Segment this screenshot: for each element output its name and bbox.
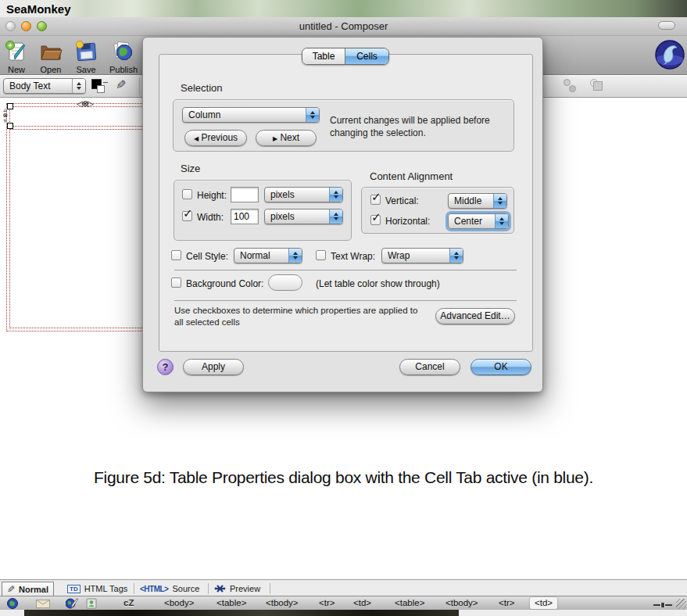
stepper-icon bbox=[495, 214, 508, 228]
cell-style-value: Normal bbox=[240, 250, 288, 261]
horizontal-align-select[interactable]: Center bbox=[448, 213, 509, 229]
previous-button-label: Previous bbox=[201, 132, 238, 143]
tab-normal[interactable]: ✎ Normal bbox=[2, 582, 54, 596]
tab-source[interactable]: <HTML> Source bbox=[135, 582, 204, 596]
tab-table[interactable]: Table bbox=[302, 48, 345, 64]
background-color-checkbox[interactable]: ✓ bbox=[171, 278, 181, 288]
address-book-icon[interactable] bbox=[86, 598, 97, 609]
position-object-icon[interactable] bbox=[590, 79, 606, 93]
preview-burst-icon bbox=[214, 584, 226, 593]
cancel-button[interactable]: Cancel bbox=[399, 359, 460, 375]
breadcrumb-tr-2[interactable]: <tr> bbox=[499, 598, 514, 607]
width-checkbox[interactable]: ✓ bbox=[182, 211, 192, 221]
vertical-checkbox[interactable]: ✓ bbox=[370, 195, 381, 205]
breadcrumb-body[interactable]: <body> bbox=[164, 598, 194, 607]
next-button-label: Next bbox=[280, 132, 299, 143]
breadcrumb-tbody[interactable]: <tbody> bbox=[266, 598, 299, 607]
tab-preview-label: Preview bbox=[230, 584, 260, 593]
paragraph-style-select[interactable]: Body Text bbox=[3, 78, 86, 94]
splitter-handle-icon[interactable] bbox=[653, 603, 672, 607]
minimize-window-icon[interactable] bbox=[21, 21, 31, 31]
zoom-window-icon[interactable] bbox=[37, 21, 47, 31]
vertical-align-select[interactable]: Middle bbox=[448, 193, 507, 209]
row-select-widget-icon[interactable]: ▵⊗▿ bbox=[1, 107, 9, 124]
horizontal-checkbox[interactable]: ✓ bbox=[370, 215, 381, 225]
tab-normal-label: Normal bbox=[19, 585, 48, 594]
previous-button[interactable]: ◀ Previous bbox=[184, 130, 247, 146]
width-input[interactable] bbox=[231, 209, 259, 224]
cell-resize-handle-2[interactable] bbox=[7, 123, 13, 129]
window-titlebar[interactable]: untitled - Composer bbox=[0, 17, 687, 36]
tab-html-tags[interactable]: TD HTML Tags bbox=[63, 582, 132, 596]
right-triangle-icon: ▶ bbox=[273, 135, 277, 142]
desktop-picture-sliver bbox=[24, 610, 459, 616]
stepper-icon bbox=[329, 188, 342, 202]
save-button[interactable]: Save bbox=[68, 39, 104, 74]
tab-preview[interactable]: Preview bbox=[209, 582, 265, 596]
align-objects-icon[interactable] bbox=[563, 79, 578, 93]
desktop-edge bbox=[0, 610, 687, 616]
content-alignment-heading: Content Alignment bbox=[370, 170, 453, 182]
publish-button[interactable]: Publish bbox=[106, 39, 141, 74]
breadcrumb-tbody-2[interactable]: <tbody> bbox=[445, 598, 478, 607]
selection-scope-select[interactable]: Column bbox=[182, 107, 320, 123]
app-menu-title[interactable]: SeaMonkey bbox=[6, 2, 71, 16]
breadcrumb-td[interactable]: <td> bbox=[353, 598, 371, 607]
breadcrumb-table[interactable]: <table> bbox=[216, 598, 246, 607]
selection-scope-value: Column bbox=[188, 109, 306, 120]
breadcrumb-td-selected[interactable]: <td> bbox=[530, 597, 557, 609]
cell-style-select[interactable]: Normal bbox=[234, 248, 302, 263]
text-wrap-select[interactable]: Wrap bbox=[381, 248, 463, 263]
pencil-icon: ✎ bbox=[7, 584, 15, 595]
height-checkbox[interactable]: ✓ bbox=[182, 189, 192, 199]
selection-heading: Selection bbox=[181, 82, 222, 94]
save-floppy-icon bbox=[73, 39, 98, 64]
stepper-icon bbox=[449, 249, 463, 263]
vertical-align-value: Middle bbox=[454, 195, 493, 206]
height-input[interactable] bbox=[231, 187, 259, 202]
next-button[interactable]: ▶ Next bbox=[256, 130, 317, 146]
breadcrumb-tr[interactable]: <tr> bbox=[319, 598, 335, 607]
resize-grip[interactable] bbox=[676, 599, 686, 609]
help-button[interactable]: ? bbox=[157, 359, 174, 375]
figure-caption: Figure 5d: Table Properties dialog box w… bbox=[0, 468, 687, 487]
background-color-well[interactable] bbox=[268, 274, 302, 291]
background-color-swatch[interactable] bbox=[97, 85, 105, 93]
mail-icon[interactable] bbox=[36, 600, 50, 608]
toolbar-collapse-pill[interactable] bbox=[658, 21, 675, 30]
width-unit-value: pixels bbox=[270, 211, 329, 222]
text-wrap-checkbox[interactable]: ✓ bbox=[316, 250, 326, 260]
size-heading: Size bbox=[181, 163, 200, 174]
seamonkey-logo-icon bbox=[655, 40, 685, 70]
table-properties-dialog: Table Cells Selection Column ◀ Previous … bbox=[142, 37, 543, 392]
highlight-pencil-icon[interactable]: ✎ bbox=[116, 77, 126, 92]
chatzilla-icon[interactable]: cZ bbox=[123, 598, 134, 607]
tab-separator bbox=[134, 583, 134, 594]
left-triangle-icon: ◀ bbox=[194, 135, 199, 142]
html-source-icon: <HTML> bbox=[140, 585, 168, 593]
vertical-label: Vertical: bbox=[385, 195, 419, 206]
tab-source-label: Source bbox=[172, 584, 199, 593]
width-unit-select[interactable]: pixels bbox=[264, 209, 343, 224]
window-title: untitled - Composer bbox=[0, 17, 687, 36]
navigator-icon[interactable] bbox=[7, 598, 18, 609]
column-select-widget-icon[interactable]: ◁⊗▷ bbox=[77, 99, 93, 108]
apply-button[interactable]: Apply bbox=[183, 359, 244, 375]
breadcrumb-table-2[interactable]: <table> bbox=[395, 598, 424, 607]
new-button[interactable]: New bbox=[0, 39, 34, 74]
checkmark-icon: ✓ bbox=[371, 190, 381, 204]
open-button[interactable]: Open bbox=[33, 39, 69, 74]
advanced-edit-button[interactable]: Advanced Edit… bbox=[435, 308, 515, 324]
cell-style-checkbox[interactable]: ✓ bbox=[171, 250, 181, 260]
background-color-hint: (Let table color show through) bbox=[316, 278, 440, 289]
stepper-icon bbox=[288, 249, 302, 263]
composer-icon[interactable] bbox=[66, 598, 80, 609]
ok-button[interactable]: OK bbox=[471, 359, 531, 375]
checkmark-icon: ✓ bbox=[183, 206, 193, 220]
divider bbox=[174, 300, 517, 301]
height-unit-select[interactable]: pixels bbox=[264, 187, 343, 202]
close-window-icon[interactable] bbox=[5, 21, 16, 31]
stepper-icon bbox=[306, 108, 319, 122]
horizontal-align-value: Center bbox=[454, 216, 495, 227]
tab-cells[interactable]: Cells bbox=[345, 48, 388, 64]
